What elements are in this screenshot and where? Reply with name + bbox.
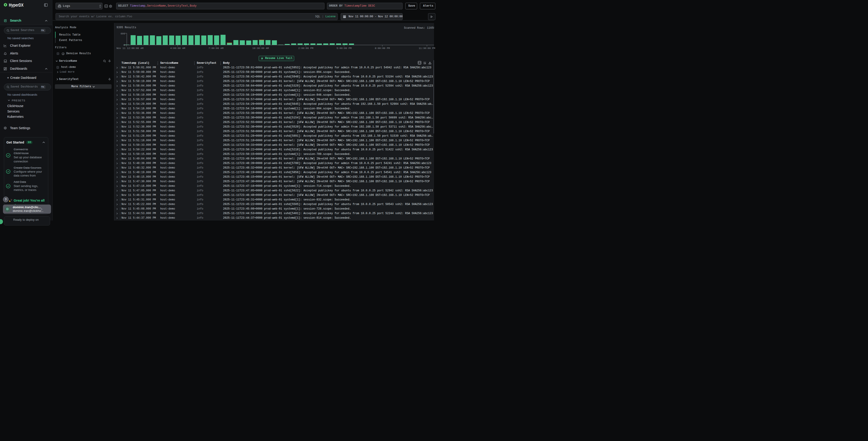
svg-text:7:00:00 AM: 7:00:00 AM [208, 47, 223, 50]
svg-text:5:00:00 PM: 5:00:00 PM [337, 47, 351, 50]
svg-text:2:00:00 PM: 2:00:00 PM [298, 47, 313, 50]
svg-text:600: 600 [121, 32, 125, 35]
svg-text:0: 0 [124, 44, 125, 47]
svg-text:10:30:00 AM: 10:30:00 AM [252, 47, 269, 50]
svg-text:Nov 11 12:00:00 AM: Nov 11 12:00:00 AM [116, 47, 144, 50]
svg-text:11:30:00 PM: 11:30:00 PM [419, 47, 434, 50]
svg-text:8:00:00 PM: 8:00:00 PM [375, 47, 390, 50]
svg-text:4:00:00 AM: 4:00:00 AM [170, 47, 185, 50]
